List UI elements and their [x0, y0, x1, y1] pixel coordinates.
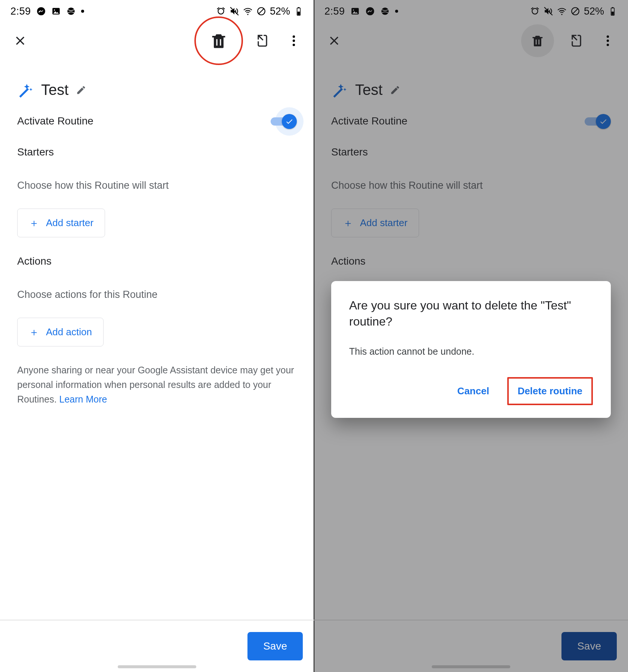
edit-title-button[interactable]	[76, 85, 86, 95]
learn-more-link[interactable]: Learn More	[59, 394, 107, 404]
disclaimer-text: Anyone sharing or near your Google Assis…	[17, 363, 297, 406]
wifi-icon	[243, 6, 253, 16]
add-action-label: Add action	[46, 326, 92, 338]
photos-icon	[51, 6, 61, 16]
starters-heading: Starters	[17, 146, 297, 158]
more-options-button[interactable]	[285, 32, 303, 50]
routine-wand-icon	[17, 82, 34, 98]
actions-heading: Actions	[17, 255, 297, 267]
messenger-icon	[36, 6, 46, 16]
battery-icon	[294, 6, 304, 16]
add-starter-label: Add starter	[46, 217, 93, 229]
home-indicator	[118, 665, 196, 668]
routine-content: Test Activate Routine Starters Choose ho…	[0, 59, 314, 406]
dialog-delete-button[interactable]: Delete routine	[507, 377, 593, 405]
activate-routine-label: Activate Routine	[17, 115, 93, 127]
activate-routine-toggle[interactable]	[271, 114, 297, 128]
starters-sub: Choose how this Routine will start	[17, 180, 297, 191]
battery-percent: 52%	[270, 6, 290, 17]
no-data-icon	[256, 6, 266, 16]
app-bar	[0, 22, 314, 59]
phone-left: 2:59 52%	[0, 0, 314, 672]
delete-routine-button[interactable]	[194, 16, 243, 65]
add-action-button[interactable]: ＋ Add action	[17, 318, 104, 346]
dialog-title: Are you sure you want to delete the "Tes…	[349, 298, 593, 330]
baseball-icon	[66, 6, 76, 16]
dialog-body: This action cannot be undone.	[349, 346, 593, 357]
alarm-icon	[216, 6, 226, 16]
add-shortcut-button[interactable]	[253, 32, 271, 50]
close-button[interactable]	[11, 32, 29, 50]
mute-icon	[230, 6, 239, 16]
bottom-bar: Save	[0, 620, 314, 672]
notification-dot-icon	[81, 10, 84, 13]
routine-title: Test	[41, 81, 68, 98]
delete-confirm-dialog: Are you sure you want to delete the "Tes…	[331, 281, 611, 418]
phone-right: 2:59 52%	[314, 0, 628, 672]
actions-sub: Choose actions for this Routine	[17, 289, 297, 300]
save-button[interactable]: Save	[247, 632, 303, 660]
status-time: 2:59	[10, 6, 31, 17]
dialog-cancel-button[interactable]: Cancel	[448, 377, 498, 405]
add-starter-button[interactable]: ＋ Add starter	[17, 209, 105, 237]
